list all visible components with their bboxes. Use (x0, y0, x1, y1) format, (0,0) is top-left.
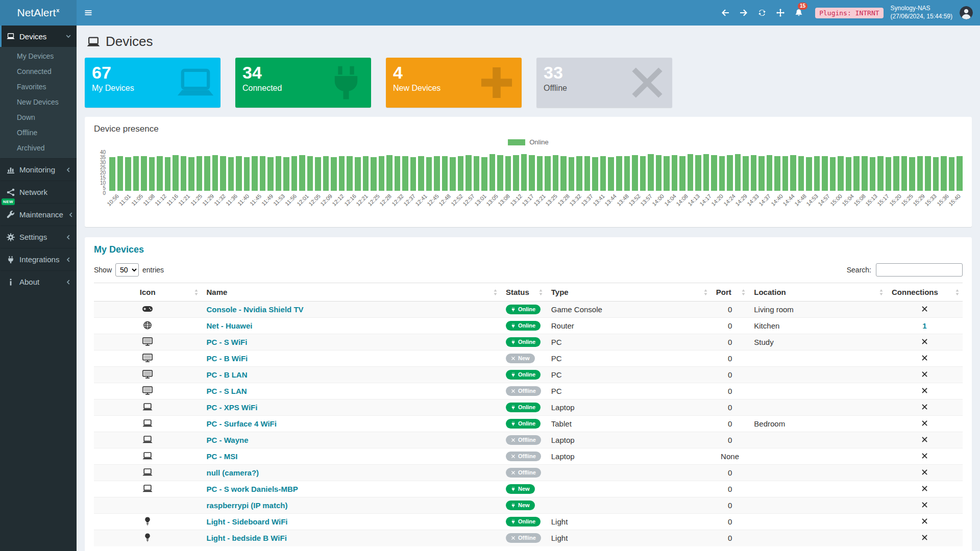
column-header-location[interactable]: Location (749, 283, 887, 302)
sidebar-subitem-favorites[interactable]: Favorites (0, 79, 77, 94)
column-header-icon[interactable]: Icon (94, 283, 202, 302)
sidebar-item-devices[interactable]: Devices (0, 26, 77, 47)
status-badge: Online (506, 419, 541, 429)
search-input[interactable] (876, 263, 963, 277)
device-name-link[interactable]: PC - S WiFi (207, 338, 248, 346)
move-button[interactable] (771, 0, 790, 26)
device-name-link[interactable]: PC - S LAN (207, 387, 247, 395)
lightbulb-icon (142, 517, 153, 525)
page-title: Devices (106, 34, 153, 49)
stat-box-connected[interactable]: 34Connected (235, 58, 371, 108)
delete-connection-icon[interactable] (921, 387, 928, 394)
sidebar-subitem-offline[interactable]: Offline (0, 125, 77, 140)
sidebar-item-settings[interactable]: Settings (0, 226, 77, 248)
delete-connection-icon[interactable] (921, 453, 928, 459)
sidebar-subitem-archived[interactable]: Archived (0, 140, 77, 156)
device-name-link[interactable]: Net - Huawei (207, 321, 253, 330)
stat-box-new-devices[interactable]: 4New Devices (386, 58, 522, 108)
page-length-select[interactable]: 50 (115, 263, 139, 277)
column-header-type[interactable]: Type (546, 283, 711, 302)
delete-connection-icon[interactable] (921, 518, 928, 524)
delete-connection-icon[interactable] (921, 485, 928, 492)
delete-connection-icon[interactable] (921, 338, 928, 345)
sidebar-item-maintenance[interactable]: Maintenance (0, 203, 77, 226)
device-port: None (711, 448, 749, 465)
plus-icon (478, 64, 516, 102)
device-port: 0 (711, 350, 749, 367)
stat-box-my-devices[interactable]: 67My Devices (85, 58, 220, 108)
plug-icon (511, 340, 516, 344)
device-name-link[interactable]: PC - S work Daniels-MBP (207, 485, 298, 493)
lightbulb-icon (142, 533, 153, 542)
status-badge: Online (506, 403, 541, 412)
no-icon (142, 500, 153, 509)
chart-bar (719, 156, 725, 191)
status-badge: Online (506, 370, 541, 380)
sidebar-item-integrations[interactable]: Integrations (0, 248, 77, 270)
column-header-port[interactable]: Port (711, 283, 749, 302)
device-name-link[interactable]: raspberrypi (IP match) (207, 501, 288, 510)
status-badge: Online (506, 321, 541, 331)
refresh-button[interactable] (753, 0, 771, 26)
device-port: 0 (711, 334, 749, 350)
sidebar-subitem-connected[interactable]: Connected (0, 64, 77, 79)
device-name-link[interactable]: Light - bedside B WiFi (207, 534, 287, 542)
chart-bar (632, 155, 638, 191)
chart-bar (664, 156, 670, 191)
delete-connection-icon[interactable] (921, 355, 928, 361)
sort-icon (194, 289, 199, 295)
stat-box-offline[interactable]: 33Offline (536, 58, 672, 108)
table-row: PC - S LANOfflinePC0 (94, 383, 963, 399)
chart-bar (521, 154, 527, 191)
notifications-button[interactable]: 15 (790, 0, 808, 26)
user-avatar[interactable] (960, 6, 973, 19)
delete-connection-icon[interactable] (921, 469, 928, 475)
device-name-link[interactable]: null (camera?) (207, 468, 259, 477)
device-name-link[interactable]: PC - B LAN (207, 370, 248, 379)
column-header-name[interactable]: Name (202, 283, 501, 302)
sidebar-subitem-new-devices[interactable]: New Devices (0, 94, 77, 110)
device-name-link[interactable]: Console - Nvidia Shield TV (207, 305, 304, 314)
nav-forward-button[interactable] (734, 0, 753, 26)
device-type: Router (546, 318, 711, 334)
device-name-link[interactable]: PC - B WiFi (207, 354, 248, 363)
column-header-status[interactable]: Status (501, 283, 546, 302)
chevron-left-icon (65, 167, 71, 173)
sidebar-item-about[interactable]: About (0, 270, 77, 293)
device-name-link[interactable]: PC - Surface 4 WiFi (207, 419, 277, 428)
delete-connection-icon[interactable] (921, 534, 928, 541)
device-name-link[interactable]: PC - Wayne (207, 436, 249, 444)
x-tick-label: 15:40 (951, 192, 963, 214)
chart-bar (331, 157, 337, 191)
delete-connection-icon[interactable] (921, 502, 928, 508)
connections-count-link[interactable]: 1 (922, 321, 926, 330)
chart-plot-area: 10:5611:0111:0511:0811:1211:1611:2111:25… (109, 150, 963, 214)
device-name-link[interactable]: Light - Sideboard WiFi (207, 517, 288, 526)
chart-bar (758, 156, 765, 191)
chart-bar (474, 156, 480, 191)
entries-label: entries (142, 266, 164, 274)
device-type: PC (546, 367, 711, 383)
delete-connection-icon[interactable] (921, 371, 928, 378)
delete-connection-icon[interactable] (921, 436, 928, 443)
device-name-link[interactable]: PC - MSI (207, 452, 238, 461)
chart-bar (355, 157, 361, 191)
column-header-connections[interactable]: Connections (887, 283, 963, 302)
times-icon (511, 389, 516, 393)
nav-back-button[interactable] (716, 0, 734, 26)
delete-connection-icon[interactable] (921, 420, 928, 427)
chart-bar (489, 154, 496, 191)
app-logo[interactable]: NetAlertx (0, 0, 77, 26)
chevron-left-icon (68, 212, 74, 218)
device-name-link[interactable]: PC - XPS WiFi (207, 403, 258, 412)
chart-bar (339, 156, 345, 191)
sidebar-toggle-button[interactable] (77, 0, 100, 26)
table-row: PC - WayneOfflineLaptop0 (94, 432, 963, 448)
sidebar-item-monitoring[interactable]: Monitoring (0, 158, 77, 181)
sidebar-subitem-down[interactable]: Down (0, 110, 77, 125)
info-icon (7, 278, 15, 286)
delete-connection-icon[interactable] (921, 306, 928, 312)
plugins-status-badge[interactable]: Plugins: INTRNT (815, 8, 883, 18)
sidebar-subitem-my-devices[interactable]: My Devices (0, 48, 77, 64)
delete-connection-icon[interactable] (921, 404, 928, 410)
